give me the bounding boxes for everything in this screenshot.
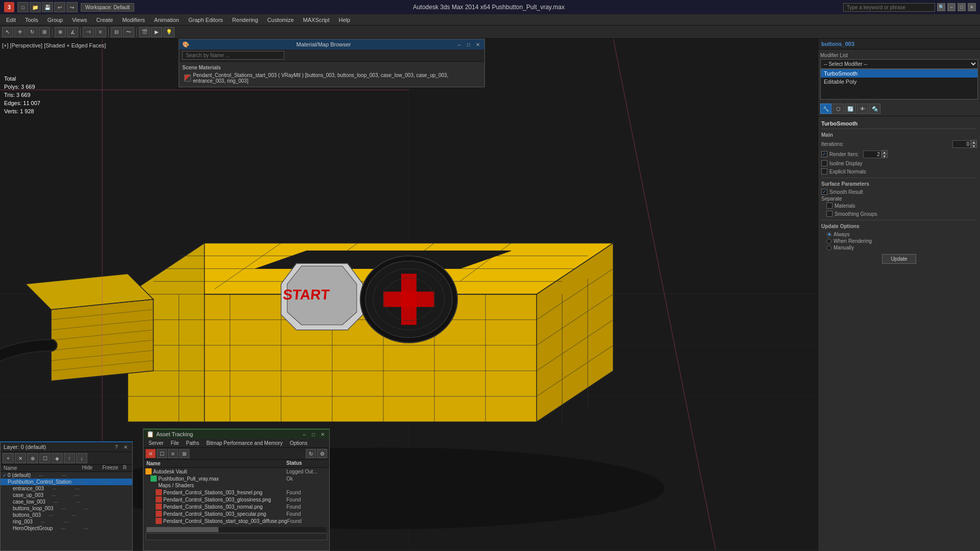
menu-help[interactable]: Help <box>335 16 355 24</box>
layer-row-buttons-loop[interactable]: buttons_loop_003 — — <box>1 505 132 512</box>
snaps-btn[interactable]: ⊕ <box>55 27 66 37</box>
mat-browser-minimize[interactable]: – <box>456 41 463 48</box>
at-close[interactable]: ✕ <box>319 431 326 438</box>
select-btn[interactable]: ↖ <box>2 27 13 37</box>
layer-delete-btn[interactable]: ✕ <box>15 453 26 463</box>
at-btn3[interactable]: ≡ <box>168 449 178 458</box>
at-settings-btn[interactable]: ⚙ <box>317 449 327 458</box>
mat-search-input[interactable] <box>182 51 284 60</box>
at-menu-bitmap[interactable]: Bitmap Performance and Memory <box>203 440 286 446</box>
at-menu-options[interactable]: Options <box>287 440 310 446</box>
mat-browser-close[interactable]: ✕ <box>474 41 481 48</box>
at-refresh-btn[interactable]: ↻ <box>306 449 316 458</box>
smoothing-groups-checkbox[interactable] <box>826 211 832 217</box>
when-rendering-radio[interactable] <box>826 239 831 244</box>
angle-snap-btn[interactable]: ∡ <box>67 27 78 37</box>
at-row-glossiness[interactable]: Pendant_Control_Stations_003_glossiness.… <box>143 496 329 503</box>
align-btn[interactable]: ≡ <box>95 27 106 37</box>
modifier-turbosmooth[interactable]: TurboSmooth <box>821 69 977 78</box>
layer-move-down-btn[interactable]: ↓ <box>76 453 87 463</box>
explicit-normals-checkbox[interactable] <box>821 168 827 174</box>
render-btn[interactable]: ▶ <box>151 27 162 37</box>
search-icon[interactable]: 🔍 <box>937 3 945 11</box>
iterations-down[interactable]: ▼ <box>971 144 977 148</box>
layers-close[interactable]: ✕ <box>122 443 129 450</box>
maximize-btn[interactable]: □ <box>958 3 966 11</box>
materials-checkbox[interactable] <box>826 203 832 209</box>
at-row-maps[interactable]: Maps / Shaders <box>143 482 329 489</box>
at-row-specular[interactable]: Pendant_Control_Stations_003_specular.pn… <box>143 510 329 517</box>
render-iters-input[interactable] <box>863 151 881 158</box>
isoline-display-checkbox[interactable] <box>821 160 827 166</box>
render-iters-up[interactable]: ▲ <box>881 150 888 154</box>
layer-row-ring[interactable]: ring_003 — — <box>1 518 132 525</box>
menu-modifiers[interactable]: Modifiers <box>118 16 149 24</box>
motion-icon[interactable]: 🔄 <box>845 104 856 114</box>
layer-add-selected-btn[interactable]: ⊕ <box>27 453 38 463</box>
mat-browser-maximize[interactable]: □ <box>465 41 472 48</box>
render-iters-down[interactable]: ▼ <box>881 154 888 158</box>
close-btn[interactable]: ✕ <box>968 3 976 11</box>
at-menu-file[interactable]: File <box>167 440 182 446</box>
mat-item[interactable]: Pendant_Control_Stations_start_003 ( VRa… <box>182 71 481 85</box>
iterations-input[interactable] <box>952 140 971 148</box>
activeshade-btn[interactable]: 💡 <box>163 27 175 37</box>
menu-create[interactable]: Create <box>92 16 117 24</box>
at-btn2[interactable]: ☐ <box>157 449 167 458</box>
layer-new-btn[interactable]: + <box>3 453 14 463</box>
at-btn1[interactable]: ✕ <box>145 449 156 458</box>
layer-row-entrance[interactable]: entrance_003 — — <box>1 485 132 492</box>
menu-rendering[interactable]: Rendering <box>228 16 262 24</box>
at-row-max[interactable]: Pushbutton_Pult_vray.max Ok <box>143 475 329 482</box>
layer-select-btn[interactable]: ☐ <box>39 453 51 463</box>
layers-help[interactable]: ? <box>113 443 120 450</box>
move-btn[interactable]: ✛ <box>14 27 26 37</box>
iterations-up[interactable]: ▲ <box>971 140 977 144</box>
menu-customize[interactable]: Customize <box>263 16 298 24</box>
at-btn4[interactable]: ⊞ <box>179 449 189 458</box>
search-input[interactable] <box>843 3 935 12</box>
at-horizontal-scrollbar[interactable] <box>146 527 326 532</box>
minimize-btn[interactable]: – <box>947 3 955 11</box>
menu-graph-editors[interactable]: Graph Editors <box>184 16 227 24</box>
menu-animation[interactable]: Animation <box>150 16 183 24</box>
hierarchy-icon[interactable]: ⬡ <box>832 104 844 114</box>
scale-btn[interactable]: ⊞ <box>39 27 50 37</box>
menu-tools[interactable]: Tools <box>21 16 42 24</box>
display-icon[interactable]: 👁 <box>857 104 868 114</box>
save-btn[interactable]: 💾 <box>42 2 53 12</box>
modifier-dropdown[interactable]: -- Select Modifier -- <box>820 59 978 69</box>
layer-manager-btn[interactable]: ⊟ <box>111 27 122 37</box>
workspace-selector[interactable]: Workspace: Default <box>81 3 134 12</box>
new-btn[interactable]: □ <box>17 2 29 12</box>
menu-maxscript[interactable]: MAXScript <box>299 16 334 24</box>
always-radio[interactable] <box>826 232 831 237</box>
at-menu-server[interactable]: Server <box>145 440 166 446</box>
layer-row[interactable]: ✓ 0 (default) — — <box>1 472 132 479</box>
layer-highlight-btn[interactable]: ◈ <box>52 453 63 463</box>
menu-views[interactable]: Views <box>68 16 91 24</box>
layer-move-up-btn[interactable]: ↑ <box>64 453 75 463</box>
at-row-normal[interactable]: Pendant_Control_Stations_003_normal.png … <box>143 503 329 510</box>
at-row-fresnel[interactable]: Pendant_Control_Stations_003_fresnel.png… <box>143 489 329 496</box>
open-btn[interactable]: 📁 <box>30 2 41 12</box>
smooth-result-checkbox[interactable] <box>821 189 827 195</box>
at-menu-paths[interactable]: Paths <box>183 440 203 446</box>
menu-group[interactable]: Group <box>43 16 67 24</box>
modifier-panel-icon[interactable]: 🔧 <box>820 104 831 114</box>
rotate-btn[interactable]: ↻ <box>27 27 38 37</box>
layer-row-case-low[interactable]: case_low_003 — — <box>1 498 132 505</box>
at-minimize[interactable]: – <box>301 431 308 438</box>
at-row-vault[interactable]: Autodesk Vault Logged Out... <box>143 468 329 475</box>
layer-row-pushbutton[interactable]: Pushbutton_Control_Station — — <box>1 479 132 485</box>
layer-row-case-up[interactable]: case_up_003 — — <box>1 492 132 498</box>
mirror-btn[interactable]: ⊣ <box>83 27 94 37</box>
undo-btn[interactable]: ↩ <box>54 2 65 12</box>
redo-btn[interactable]: ↪ <box>66 2 78 12</box>
layer-row-hero[interactable]: HeroObjectGroup — — <box>1 525 132 532</box>
curve-editor-btn[interactable]: 〜 <box>123 27 134 37</box>
update-button[interactable]: Update <box>882 254 916 264</box>
render-setup-btn[interactable]: 🎬 <box>139 27 150 37</box>
layer-row-buttons[interactable]: buttons_003 — — <box>1 512 132 518</box>
at-scrollbar-thumb[interactable] <box>146 527 218 532</box>
